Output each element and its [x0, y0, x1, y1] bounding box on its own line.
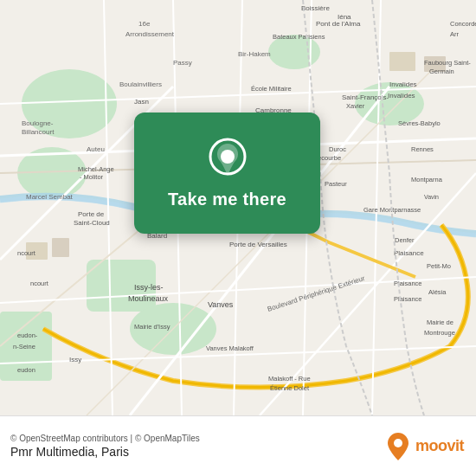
svg-text:eudon-: eudon- — [17, 331, 38, 339]
svg-text:Michel-Ange: Michel-Ange — [78, 165, 114, 173]
take-me-there-card[interactable]: Take me there — [134, 113, 320, 234]
svg-text:Malakoff - Rue: Malakoff - Rue — [268, 375, 311, 383]
svg-text:Rennes: Rennes — [411, 145, 434, 153]
svg-text:Marcel Sembat: Marcel Sembat — [26, 193, 74, 201]
svg-text:Auteu: Auteu — [87, 145, 105, 153]
svg-text:n-Seine: n-Seine — [13, 343, 35, 351]
svg-text:Issy: Issy — [69, 356, 81, 363]
svg-text:Xavier: Xavier — [346, 102, 365, 110]
svg-text:ncourt: ncourt — [17, 249, 36, 257]
bottom-info: © OpenStreetMap contributors | © OpenMap… — [10, 434, 200, 459]
svg-text:Mairie d'Issy: Mairie d'Issy — [134, 323, 170, 331]
svg-text:Alésia: Alésia — [428, 288, 447, 296]
svg-text:Moulineaux: Moulineaux — [128, 294, 169, 303]
svg-text:Porte de Versailles: Porte de Versailles — [229, 241, 287, 248]
svg-text:Bir-Hakem: Bir-Hakem — [238, 50, 271, 58]
svg-text:Jasn: Jasn — [134, 98, 149, 106]
svg-text:Invalides: Invalides — [389, 80, 417, 88]
svg-text:Pasteur: Pasteur — [325, 180, 347, 188]
svg-text:Arrondissement: Arrondissement — [125, 30, 175, 38]
map-container: Boulogne- Billancourt Marcel Sembat 16e … — [0, 0, 476, 415]
location-title: Pmr Multimedia, Paris — [10, 445, 200, 459]
svg-text:Boissière: Boissière — [301, 4, 330, 12]
svg-text:Vanves: Vanves — [208, 300, 234, 309]
moovit-pin-icon — [385, 431, 411, 462]
svg-text:Bateaux Parisiens: Bateaux Parisiens — [273, 33, 325, 41]
svg-text:Arr: Arr — [450, 30, 460, 38]
svg-text:Germain: Germain — [429, 68, 454, 75]
svg-text:Mairie de: Mairie de — [427, 318, 453, 326]
svg-point-90 — [394, 439, 402, 447]
svg-text:Montparna: Montparna — [411, 176, 443, 183]
svg-text:Denfer: Denfer — [395, 236, 415, 244]
bottom-bar: © OpenStreetMap contributors | © OpenMap… — [0, 415, 476, 476]
svg-text:École Militaire: École Militaire — [251, 85, 292, 93]
svg-text:Billancourt: Billancourt — [22, 128, 55, 136]
svg-text:Sèvres-Babylo: Sèvres-Babylo — [398, 119, 441, 127]
svg-text:Saint-Cloud: Saint-Cloud — [74, 219, 110, 227]
attribution-text: © OpenStreetMap contributors | © OpenMap… — [10, 434, 200, 443]
svg-text:Faubourg Saint-: Faubourg Saint- — [424, 59, 471, 67]
svg-text:Montrouge: Montrouge — [424, 329, 455, 337]
svg-text:- Molitor: - Molitor — [80, 173, 104, 181]
svg-text:Iéna: Iéna — [338, 13, 351, 21]
svg-text:Vavin: Vavin — [424, 194, 439, 200]
svg-text:Porte de: Porte de — [78, 210, 105, 218]
svg-text:Plaisance: Plaisance — [394, 295, 422, 303]
svg-text:Petit-Mo: Petit-Mo — [427, 262, 451, 270]
svg-text:Duroc: Duroc — [329, 145, 346, 153]
svg-text:16e: 16e — [138, 20, 151, 28]
svg-rect-24 — [52, 238, 69, 257]
svg-text:Passy: Passy — [173, 59, 192, 67]
svg-text:Étienne Dolet: Étienne Dolet — [270, 384, 310, 392]
take-me-there-label: Take me there — [168, 190, 286, 209]
svg-text:eudon: eudon — [17, 366, 35, 374]
svg-text:Pont de l'Alma: Pont de l'Alma — [316, 20, 361, 28]
svg-text:Boulogne-: Boulogne- — [22, 119, 54, 127]
svg-text:Boulainvilliers: Boulainvilliers — [119, 80, 162, 88]
svg-text:ncourt: ncourt — [30, 280, 49, 287]
svg-text:Vanves Malakoff: Vanves Malakoff — [206, 344, 254, 352]
location-pin-icon — [209, 138, 247, 183]
svg-text:Plaisance: Plaisance — [394, 249, 424, 257]
moovit-label: moovit — [415, 437, 464, 455]
svg-text:Invalides: Invalides — [388, 92, 415, 100]
svg-text:Issy-les-: Issy-les- — [134, 283, 164, 292]
svg-text:Concorde: Concorde — [450, 20, 476, 28]
svg-rect-25 — [389, 52, 415, 71]
moovit-logo: moovit — [385, 431, 464, 462]
